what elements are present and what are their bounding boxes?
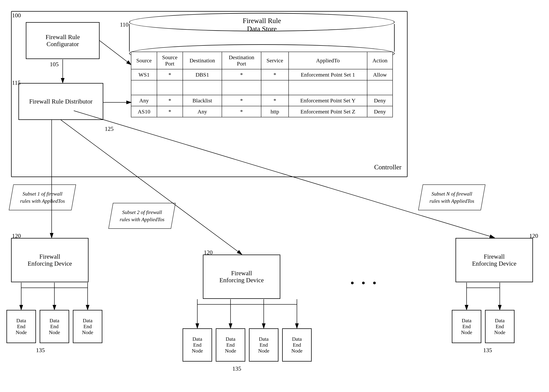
end-node-2c: DataEndNode (249, 328, 278, 362)
table-row (131, 80, 393, 95)
table-row: AS10 * Any * http Enforcement Point Set … (131, 106, 393, 117)
configurator-label: Firewall RuleConfigurator (46, 34, 80, 48)
end-node-3a: DataEndNode (452, 310, 481, 343)
label-105: 105 (50, 61, 59, 68)
label-135b: 135 (232, 365, 241, 372)
distributor-label: Firewall Rule Distributor (29, 98, 93, 105)
label-120b: 120 (204, 249, 213, 256)
end-node-2d: DataEndNode (282, 328, 312, 362)
rules-table: Source SourcePort Destination Destinatio… (131, 52, 393, 117)
label-135a: 135 (36, 347, 45, 354)
controller-label: Controller (374, 163, 402, 171)
subset1-label: Subset 1 of firewallrules with AppliedTo… (20, 190, 65, 205)
subsetN-parallelogram: Subset N of firewallrules with AppliedTo… (418, 184, 486, 210)
col-destination: Destination (183, 52, 222, 69)
ellipsis-dots: • • • (350, 277, 379, 289)
label-110: 110 (120, 21, 129, 28)
col-appliedto: AppliedTo (289, 52, 367, 69)
col-service: Service (261, 52, 289, 69)
label-115: 115 (12, 79, 21, 86)
configurator-box: Firewall RuleConfigurator (26, 22, 100, 59)
table-row: WS1 * DBS1 * * Enforcement Point Set 1 A… (131, 69, 393, 80)
col-dest-port: DestinationPort (222, 52, 261, 69)
subset2-parallelogram: Subset 2 of firewallrules with AppliedTo… (108, 203, 176, 229)
col-source: Source (131, 52, 157, 69)
end-node-3b: DataEndNode (485, 310, 514, 343)
col-action: Action (367, 52, 393, 69)
distributor-box: Firewall Rule Distributor (18, 83, 103, 120)
diagram-container: Controller 100 Firewall RuleConfigurator… (0, 0, 549, 392)
end-node-1c: DataEndNode (73, 310, 102, 343)
end-node-1b: DataEndNode (40, 310, 69, 343)
end-node-2a: DataEndNode (183, 328, 212, 362)
label-135c: 135 (483, 347, 492, 354)
label-125: 125 (105, 126, 114, 132)
label-100: 100 (12, 12, 21, 19)
col-source-port: SourcePort (157, 52, 183, 69)
subset1-parallelogram: Subset 1 of firewallrules with AppliedTo… (9, 184, 76, 210)
end-node-2b: DataEndNode (216, 328, 245, 362)
subset2-label: Subset 2 of firewallrules with AppliedTo… (120, 209, 165, 223)
label-120c: 120 (529, 232, 538, 239)
datastore-title: Firewall RuleData Store (129, 17, 395, 33)
enforcing-device-2: FirewallEnforcing Device (203, 255, 280, 299)
enforcing-device-1: FirewallEnforcing Device (11, 238, 89, 282)
table-row: Any * Blacklist * * Enforcement Point Se… (131, 95, 393, 106)
label-120a: 120 (12, 232, 21, 239)
enforcing-device-3: FirewallEnforcing Device (456, 238, 533, 282)
subsetN-label: Subset N of firewallrules with AppliedTo… (430, 190, 474, 205)
rules-table-wrapper: Source SourcePort Destination Destinatio… (131, 52, 393, 117)
end-node-1a: DataEndNode (7, 310, 36, 343)
